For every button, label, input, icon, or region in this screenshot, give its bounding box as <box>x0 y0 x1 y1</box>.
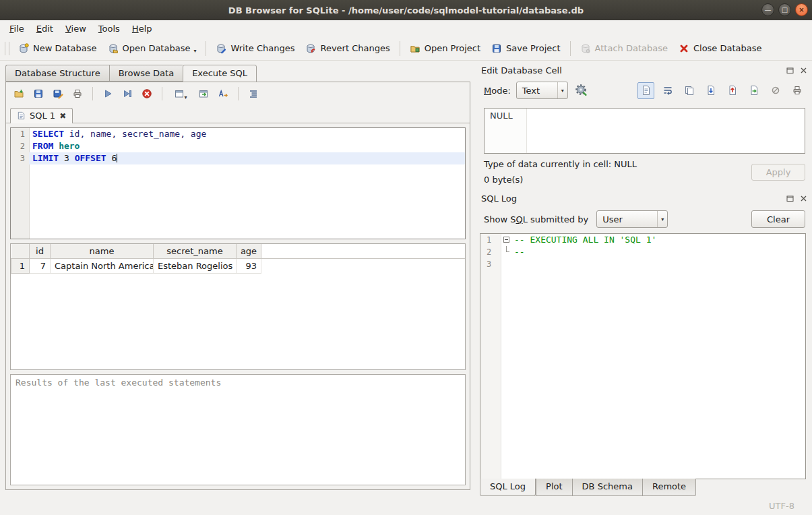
header-filler <box>261 244 466 258</box>
menu-view[interactable]: View <box>59 22 92 36</box>
open-sql-in-tab-button[interactable] <box>195 85 212 102</box>
copy-cell-button[interactable] <box>681 82 697 99</box>
menu-file[interactable]: File <box>3 22 30 36</box>
column-header-secret-name[interactable]: secret_name <box>154 244 237 258</box>
revert-changes-icon <box>305 43 316 54</box>
open-project-button[interactable]: Open Project <box>404 40 486 57</box>
sql-editor[interactable]: 1 SELECT id, name, secret_name, age 2 FR… <box>10 127 466 239</box>
sql-file-tabbar: SQL 1 ✖ <box>6 105 470 123</box>
sql-log-view[interactable]: 1 -- EXECUTING ALL IN 'SQL 1' 2 -- 3 <box>480 233 806 479</box>
open-sql-file-button[interactable] <box>10 85 28 102</box>
import-cell-data-button[interactable] <box>702 82 719 99</box>
import-in-cell-button[interactable] <box>573 82 590 99</box>
format-sql-button[interactable] <box>245 85 262 102</box>
results-grid[interactable]: id name secret_name age 1 7 Captain Nort… <box>10 243 466 370</box>
sql-file-tab-close-icon[interactable]: ✖ <box>59 112 66 120</box>
close-panel-icon[interactable] <box>799 194 808 203</box>
minimize-button[interactable]: — <box>761 3 774 16</box>
dock-tab-db-schema[interactable]: DB Schema <box>572 479 642 496</box>
cell-editor[interactable]: NULL <box>484 108 805 154</box>
clear-log-button[interactable]: Clear <box>751 210 805 228</box>
results-header-row: id name secret_name age <box>11 244 466 258</box>
open-in-tab-icon <box>198 88 209 99</box>
undock-icon[interactable] <box>786 194 794 203</box>
log-filter-select[interactable]: User ▾ <box>596 210 668 228</box>
text-mode-button[interactable] <box>637 82 654 99</box>
close-button[interactable]: × <box>795 3 808 16</box>
print-icon <box>792 85 803 96</box>
log-line-number: 3 <box>480 258 501 270</box>
tab-database-structure[interactable]: Database Structure <box>5 65 109 82</box>
save-cell-button[interactable] <box>745 82 762 99</box>
menubar: File Edit View Tools Help <box>0 20 812 36</box>
open-database-button[interactable]: Open Database ▾ <box>102 39 202 57</box>
open-project-icon <box>410 43 420 54</box>
chevron-down-icon: ▾ <box>557 82 567 98</box>
set-null-button[interactable] <box>767 82 784 99</box>
mode-select[interactable]: Text ▾ <box>516 82 568 99</box>
dock-tab-plot[interactable]: Plot <box>536 479 572 496</box>
menu-help[interactable]: Help <box>126 22 158 36</box>
new-sql-tab-button[interactable]: ▾ <box>168 85 193 102</box>
save-sql-file-button[interactable] <box>30 85 47 102</box>
revert-changes-button[interactable]: Revert Changes <box>300 40 395 57</box>
log-text: -- <box>511 246 525 258</box>
mode-label: Mode: <box>484 86 511 96</box>
menu-tools[interactable]: Tools <box>92 22 126 36</box>
toolbar-separator <box>400 41 400 56</box>
tab-browse-data[interactable]: Browse Data <box>109 65 183 82</box>
close-panel-icon[interactable] <box>799 66 808 75</box>
fold-collapse-icon[interactable] <box>503 237 509 243</box>
export-cell-data-button[interactable] <box>724 82 741 99</box>
attach-database-button: Attach Database <box>575 40 673 57</box>
dock-tab-remote[interactable]: Remote <box>642 479 696 496</box>
write-changes-button[interactable]: Write Changes <box>210 40 300 57</box>
cell-editor-icons <box>637 82 805 99</box>
maximize-button[interactable]: □ <box>778 3 791 16</box>
save-project-button[interactable]: Save Project <box>486 40 566 57</box>
sql-file-tab[interactable]: SQL 1 ✖ <box>10 108 73 123</box>
editor-code-line: FROM hero <box>29 140 465 152</box>
open-database-dropdown-arrow[interactable]: ▾ <box>193 48 196 54</box>
window-controls: — □ × <box>761 3 808 16</box>
dock-tab-sql-log[interactable]: SQL Log <box>480 479 536 496</box>
stop-execution-button[interactable] <box>138 85 156 102</box>
attach-database-icon <box>580 43 591 54</box>
word-wrap-button[interactable] <box>659 82 676 99</box>
log-line-number: 2 <box>480 246 501 258</box>
copy-icon <box>684 85 695 96</box>
menu-edit[interactable]: Edit <box>30 22 59 36</box>
sql-log-filter-row: Show SQL submitted by User ▾ Clear <box>478 206 812 232</box>
tab-execute-sql[interactable]: Execute SQL <box>183 65 257 82</box>
undock-icon[interactable] <box>786 66 794 75</box>
execute-current-line-button[interactable] <box>119 85 136 102</box>
cell-name[interactable]: Captain North America <box>51 258 154 273</box>
encoding-indicator[interactable]: UTF-8 <box>769 501 794 511</box>
titlebar[interactable]: DB Browser for SQLite - /home/user/code/… <box>0 0 812 20</box>
new-tab-dropdown-arrow[interactable]: ▾ <box>184 94 187 100</box>
row-number[interactable]: 1 <box>11 258 30 273</box>
column-header-age[interactable]: age <box>237 244 261 258</box>
cell-secret-name[interactable]: Esteban Rogelios <box>154 258 237 273</box>
cell-id[interactable]: 7 <box>30 258 51 273</box>
results-row[interactable]: 1 7 Captain North America Esteban Rogeli… <box>11 258 466 273</box>
cell-age[interactable]: 93 <box>237 258 261 273</box>
window-title: DB Browser for SQLite - /home/user/code/… <box>228 5 584 16</box>
print-cell-button[interactable] <box>788 82 805 99</box>
toolbar-handle[interactable] <box>5 42 9 55</box>
column-header-name[interactable]: name <box>51 244 154 258</box>
null-icon <box>771 86 780 95</box>
execute-all-button[interactable] <box>99 85 117 102</box>
column-header-id[interactable]: id <box>30 244 51 258</box>
new-database-button[interactable]: New Database <box>13 40 102 57</box>
autocomplete-toggle-button[interactable] <box>214 85 232 102</box>
results-corner[interactable] <box>11 244 30 258</box>
save-sql-file-as-button[interactable] <box>49 85 67 102</box>
toolbar-separator <box>238 87 239 100</box>
close-database-button[interactable]: Close Database <box>673 40 768 57</box>
write-changes-icon <box>216 43 226 54</box>
apply-button: Apply <box>751 164 805 181</box>
print-sql-button[interactable] <box>69 85 86 102</box>
new-database-icon <box>18 43 29 54</box>
save-file-icon <box>749 85 759 96</box>
